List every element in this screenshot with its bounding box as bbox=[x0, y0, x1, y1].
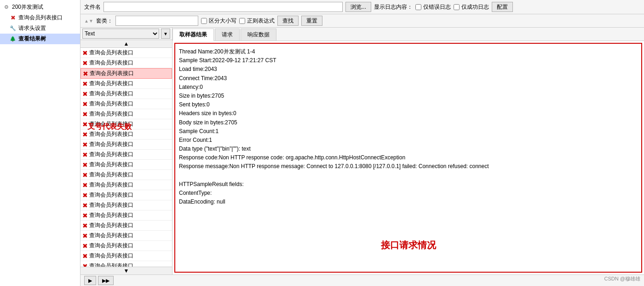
list-item[interactable]: ✖查询会员列表接口 bbox=[80, 200, 172, 210]
list-item[interactable]: ✖查询会员列表接口 bbox=[80, 140, 172, 150]
browse-button[interactable]: 浏览... bbox=[345, 2, 371, 12]
list-item-text: 查询会员列表接口 bbox=[89, 100, 133, 108]
error-icon: ✖ bbox=[82, 131, 88, 138]
detail-line: ContentType: bbox=[179, 189, 638, 198]
detail-line: Data type ("text"|"bin"|""): text bbox=[179, 145, 638, 153]
file-label: 文件名 bbox=[84, 3, 101, 11]
list-item-text: 查询会员列表接口 bbox=[89, 181, 133, 189]
config-button[interactable]: 配置 bbox=[492, 2, 513, 12]
detail-line: Thread Name:200并发测试 1-4 bbox=[179, 47, 638, 56]
list-item[interactable]: ✖查询会员列表接口 bbox=[80, 241, 172, 251]
detail-line: Error Count:1 bbox=[179, 136, 638, 145]
list-item-text: 查询会员列表接口 bbox=[89, 211, 133, 219]
list-item[interactable]: ✖查询会员列表接口 bbox=[80, 119, 172, 129]
list-item-text: 查询会员列表接口 bbox=[89, 151, 133, 158]
detail-line: Response code:Non HTTP response code: or… bbox=[179, 153, 638, 162]
sidebar: ⚙ 200并发测试 ✖ 查询会员列表接口 🔧 请求头设置 🌲 查看结果树 bbox=[0, 0, 80, 286]
regex-checkbox[interactable] bbox=[239, 18, 245, 24]
error-icon: ✖ bbox=[82, 49, 88, 57]
list-item[interactable]: ✖查询会员列表接口 bbox=[80, 79, 172, 89]
list-item-text: 查询会员列表接口 bbox=[89, 59, 133, 67]
sidebar-item-settings[interactable]: 🔧 请求头设置 bbox=[0, 23, 80, 34]
error-log-checkbox[interactable] bbox=[415, 4, 421, 10]
list-item-text: 查询会员列表接口 bbox=[89, 80, 133, 88]
detail-line: Connect Time:2043 bbox=[179, 74, 638, 83]
list-item[interactable]: ✖查询会员列表接口 bbox=[80, 48, 172, 58]
case-label: 区分大小写 bbox=[209, 17, 236, 25]
filter-label: 套类： bbox=[96, 17, 113, 25]
list-item[interactable]: ✖查询会员列表接口 bbox=[80, 58, 172, 68]
detail-tabs: 取样器结果请求响应数据 bbox=[172, 28, 644, 41]
list-item[interactable]: ✖查询会员列表接口 bbox=[80, 251, 172, 261]
filter-input[interactable] bbox=[115, 16, 198, 26]
detail-line: Sample Count:1 bbox=[179, 127, 638, 136]
list-item[interactable]: ✖查询会员列表接口 bbox=[80, 99, 172, 109]
list-item[interactable]: ✖查询会员列表接口 bbox=[80, 109, 172, 119]
success-log-checkbox[interactable] bbox=[454, 4, 460, 10]
error-icon: ✖ bbox=[82, 171, 88, 179]
tab-1[interactable]: 请求 bbox=[215, 29, 240, 41]
list-item-text: 查询会员列表接口 bbox=[89, 201, 133, 209]
error-icon: ✖ bbox=[82, 90, 88, 98]
error-icon: ✖ bbox=[82, 181, 88, 189]
file-input[interactable] bbox=[104, 2, 343, 12]
bottom-btn2[interactable]: ▶▶ bbox=[98, 276, 114, 285]
error-log-checkbox-group[interactable]: 仅错误日志 bbox=[415, 3, 451, 11]
detail-content: Thread Name:200并发测试 1-4Sample Start:2022… bbox=[174, 43, 642, 273]
case-checkbox[interactable] bbox=[201, 18, 207, 24]
list-item[interactable]: ✖查询会员列表接口 bbox=[80, 190, 172, 200]
list-dropdown[interactable]: Text bbox=[82, 29, 159, 39]
tree-icon: 🌲 bbox=[9, 35, 17, 43]
tab-0[interactable]: 取样器结果 bbox=[172, 29, 214, 41]
success-log-checkbox-group[interactable]: 仅成功日志 bbox=[454, 3, 489, 11]
detail-line: Size in bytes:2705 bbox=[179, 92, 638, 100]
list-item[interactable]: ✖查询会员列表接口 bbox=[80, 261, 172, 267]
error-icon: ✖ bbox=[82, 151, 88, 158]
list-item[interactable]: ✖查询会员列表接口 bbox=[80, 221, 172, 231]
regex-checkbox-group[interactable]: 正则表达式 bbox=[239, 17, 275, 25]
error-icon: ✖ bbox=[82, 252, 88, 260]
list-item[interactable]: ✖查询会员列表接口 bbox=[80, 231, 172, 241]
list-item-text: 查询会员列表接口 bbox=[89, 120, 133, 128]
bottom-btn1[interactable]: ▶ bbox=[84, 276, 96, 285]
list-item-text: 查询会员列表接口 bbox=[89, 252, 133, 260]
scroll-down-btn[interactable]: ▼ bbox=[80, 267, 172, 274]
tab-2[interactable]: 响应数据 bbox=[241, 29, 276, 41]
list-item-text: 查询会员列表接口 bbox=[89, 90, 133, 98]
scroll-up-btn[interactable]: ▲ bbox=[80, 40, 172, 48]
sidebar-item-api[interactable]: ✖ 查询会员列表接口 bbox=[0, 12, 80, 23]
list-item[interactable]: ✖查询会员列表接口 bbox=[80, 180, 172, 190]
regex-label: 正则表达式 bbox=[247, 17, 275, 25]
list-item-text: 查询会员列表接口 bbox=[89, 232, 133, 239]
list-item[interactable]: ✖查询会员列表接口 bbox=[80, 150, 172, 160]
list-item[interactable]: ✖查询会员列表接口 bbox=[80, 210, 172, 221]
bottom-bar: ▶ ▶▶ bbox=[80, 274, 644, 286]
list-item-text: 查询会员列表接口 bbox=[90, 70, 134, 77]
case-checkbox-group[interactable]: 区分大小写 bbox=[201, 17, 236, 25]
sidebar-item-tree[interactable]: 🌲 查看结果树 bbox=[0, 34, 80, 44]
detail-line: Latency:0 bbox=[179, 83, 638, 92]
list-item[interactable]: ✖查询会员列表接口 bbox=[80, 89, 172, 99]
list-item[interactable]: ✖查询会员列表接口 bbox=[80, 68, 172, 79]
detail-line: Response message:Non HTTP response messa… bbox=[179, 162, 638, 171]
list-item[interactable]: ✖查询会员列表接口 bbox=[80, 170, 172, 180]
watermark: CSDN @穆雄雄 bbox=[604, 275, 640, 282]
main-area: 文件名 浏览... 显示日志内容： 仅错误日志 仅成功日志 配置 ▲▼ 套类： … bbox=[80, 0, 644, 286]
error-icon: ✖ bbox=[82, 202, 88, 209]
list-panel: Text ▼ ▲ ✖查询会员列表接口✖查询会员列表接口✖查询会员列表接口✖查询会… bbox=[80, 28, 172, 274]
sidebar-item-label-0: 查询会员列表接口 bbox=[18, 14, 63, 22]
error-icon: ✖ bbox=[82, 232, 88, 239]
sidebar-root[interactable]: ⚙ 200并发测试 bbox=[0, 2, 80, 12]
list-item-text: 查询会员列表接口 bbox=[89, 110, 133, 118]
list-item[interactable]: ✖查询会员列表接口 bbox=[80, 160, 172, 170]
error-icon: ✖ bbox=[83, 70, 88, 77]
scroll-arrow-placeholder: ▲▼ bbox=[84, 18, 93, 23]
detail-line: DataEncoding: null bbox=[179, 198, 638, 206]
detail-line: Sent bytes:0 bbox=[179, 100, 638, 109]
search-button[interactable]: 查找 bbox=[277, 16, 299, 26]
dropdown-arrow-btn[interactable]: ▼ bbox=[161, 29, 170, 39]
reset-button[interactable]: 重置 bbox=[301, 16, 322, 26]
error-icon: ✖ bbox=[82, 222, 88, 229]
list-item[interactable]: ✖查询会员列表接口 bbox=[80, 129, 172, 140]
list-body[interactable]: ✖查询会员列表接口✖查询会员列表接口✖查询会员列表接口✖查询会员列表接口✖查询会… bbox=[80, 48, 172, 267]
